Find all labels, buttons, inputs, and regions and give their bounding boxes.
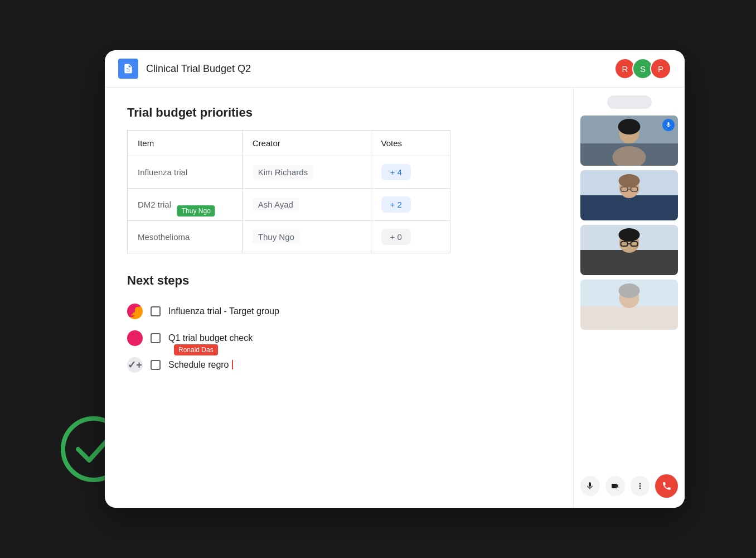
- task-text: Schedule regro: [168, 360, 233, 369]
- vote-badge-zero[interactable]: + 0: [381, 229, 411, 245]
- table-row: Influenza trial Kim Richards + 4: [128, 156, 450, 189]
- document-area: Trial budget priorities Item Creator Vot…: [105, 88, 573, 508]
- creator-cell: Kim Richards: [242, 156, 371, 189]
- doc-icon: [118, 59, 138, 79]
- item-cell: Thuy Ngo Mesothelioma: [128, 221, 243, 253]
- priorities-table: Item Creator Votes Influenza trial Kim R…: [127, 130, 450, 253]
- end-call-button[interactable]: [655, 474, 678, 498]
- cursor-tooltip-ronald: Ronald Das: [174, 344, 218, 355]
- video-panel-header: [580, 95, 678, 109]
- col-votes: Votes: [371, 131, 450, 156]
- svg-point-29: [619, 228, 640, 242]
- app-window: Clinical Trial Budget Q2 R S P Trial bud…: [105, 50, 685, 508]
- list-item: Influenza trial - Target group: [127, 298, 450, 325]
- section2-title: Next steps: [127, 273, 551, 288]
- svg-point-13: [618, 119, 641, 134]
- svg-point-6: [132, 333, 138, 339]
- main-content: Trial budget priorities Item Creator Vot…: [105, 88, 685, 508]
- votes-cell[interactable]: + 4: [371, 156, 450, 189]
- camera-button[interactable]: [605, 476, 625, 496]
- svg-point-21: [619, 174, 640, 187]
- assignee-avatar: [127, 330, 143, 346]
- table-row: DM2 trial Ash Ayad + 2: [128, 189, 450, 221]
- item-cell: Influenza trial: [128, 156, 243, 189]
- video-tile-4: [580, 280, 678, 330]
- svg-point-3: [129, 307, 135, 312]
- creator-cell: Thuy Ngo: [242, 221, 371, 253]
- assignee-avatar: [127, 304, 143, 319]
- header-bar: Clinical Trial Budget Q2 R S P: [105, 50, 685, 88]
- task-icon: [149, 359, 162, 371]
- vote-badge-positive[interactable]: + 4: [381, 164, 411, 180]
- video-controls: [580, 470, 678, 500]
- video-tile-2: [580, 170, 678, 220]
- svg-rect-8: [151, 360, 160, 369]
- avatar-p[interactable]: P: [650, 58, 671, 79]
- svg-point-34: [619, 283, 640, 298]
- col-creator: Creator: [242, 131, 371, 156]
- video-tile-1: [580, 116, 678, 166]
- speaking-indicator: [662, 119, 675, 131]
- section1-title: Trial budget priorities: [127, 105, 551, 120]
- mic-button[interactable]: [580, 476, 600, 496]
- creator-cell: Ash Ayad: [242, 189, 371, 221]
- task-icon: [149, 332, 162, 344]
- task-text: Influenza trial - Target group: [168, 306, 279, 316]
- assignee-avatar: ✓+: [127, 357, 143, 373]
- list-item: ✓+ Ronald Das Schedule regro: [127, 352, 450, 378]
- next-steps-list: Influenza trial - Target group: [127, 298, 450, 378]
- col-item: Item: [128, 131, 243, 156]
- cursor-tooltip-thuy: Thuy Ngo: [177, 205, 215, 217]
- more-options-button[interactable]: [631, 476, 650, 496]
- video-panel: [573, 88, 685, 508]
- svg-point-4: [135, 307, 140, 312]
- video-pill: [607, 95, 652, 109]
- votes-cell[interactable]: + 2: [371, 189, 450, 221]
- task-text-wrapper: Ronald Das Schedule regro: [168, 360, 450, 370]
- votes-cell[interactable]: + 0: [371, 221, 450, 253]
- svg-rect-7: [151, 334, 160, 343]
- table-row: Thuy Ngo Mesothelioma Thuy Ngo + 0: [128, 221, 450, 253]
- video-tile-3: [580, 225, 678, 275]
- svg-rect-5: [151, 307, 160, 316]
- document-title: Clinical Trial Budget Q2: [146, 63, 614, 75]
- collaborator-avatars: R S P: [614, 58, 671, 79]
- task-icon: [149, 305, 162, 318]
- task-text: Q1 trial budget check: [168, 333, 253, 343]
- vote-badge-positive[interactable]: + 2: [381, 196, 411, 213]
